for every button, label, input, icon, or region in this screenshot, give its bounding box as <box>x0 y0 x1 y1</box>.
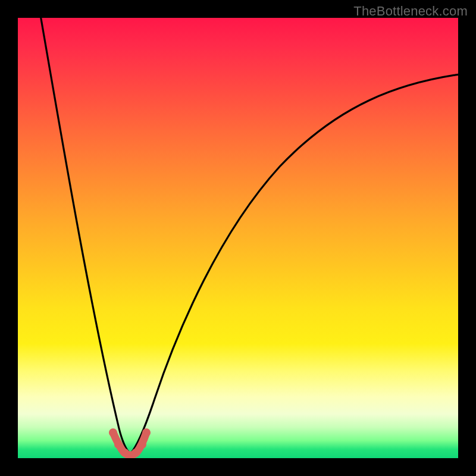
min-marker-dot <box>138 440 146 449</box>
min-marker-dot <box>142 428 151 437</box>
min-marker-dot <box>121 449 129 457</box>
min-marker-dot <box>114 440 123 449</box>
min-marker-dot <box>131 449 140 457</box>
plot-area <box>18 18 458 458</box>
curve-right-branch <box>130 74 458 454</box>
watermark-text: TheBottleneck.com <box>353 4 468 19</box>
curve-left-branch <box>40 18 130 454</box>
bottleneck-curve <box>18 18 458 458</box>
min-marker-dot <box>109 428 117 437</box>
chart-frame: TheBottleneck.com <box>0 0 476 476</box>
